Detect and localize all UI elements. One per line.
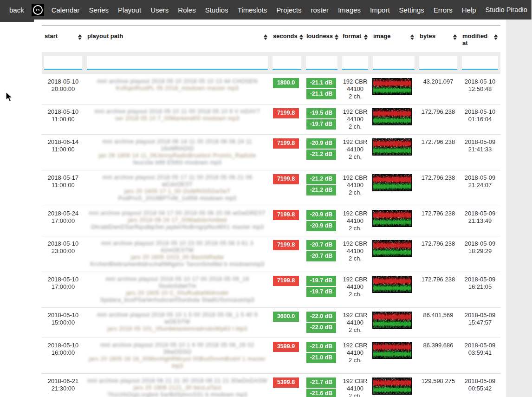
bytes-cell: 172.796.238: [417, 236, 460, 272]
waveform-image[interactable]: [372, 78, 412, 95]
playout-path-cell: mnt archive playout 2018 06 21 21 30 201…: [84, 374, 270, 397]
playout-path-cell: mnt archive playout 2018 05 17 11 00 201…: [84, 170, 270, 206]
column-header-seconds[interactable]: seconds: [270, 26, 304, 52]
nav-item-errors[interactable]: Errors: [429, 0, 457, 20]
column-header-start[interactable]: start: [42, 26, 84, 52]
nav-item-roster[interactable]: roster: [306, 0, 333, 20]
waveform-image[interactable]: [372, 312, 412, 329]
column-header-playout-path[interactable]: playout path: [84, 26, 270, 52]
start-cell: 2018-05-10 23:00:00: [42, 236, 84, 272]
modified-time: 18:29:29: [461, 247, 499, 255]
filter-input-seconds[interactable]: [272, 56, 301, 70]
column-label: seconds: [273, 33, 298, 39]
nav-item-calendar[interactable]: Calendar: [47, 0, 84, 20]
waveform-image[interactable]: [372, 240, 412, 257]
bytes-cell: 172.796.238: [417, 104, 460, 135]
waveform-image[interactable]: [372, 210, 412, 227]
loudness-badge-2: -21.0 dB: [306, 353, 336, 363]
loudness-cell: -19.7 dB -19.7 dB: [304, 272, 340, 308]
modified-at-cell: 2018-05-09 21:41:33: [460, 135, 500, 170]
nav-item-users[interactable]: Users: [146, 0, 173, 20]
table-row[interactable]: 2018-05-10 15:00:00 mnt archive playout …: [42, 308, 500, 338]
filter-input-image[interactable]: [373, 56, 415, 70]
nav-item-back[interactable]: back: [0, 0, 29, 20]
filter-input-playout-path[interactable]: [87, 56, 268, 70]
seconds-badge: 1800.0: [273, 78, 299, 88]
table-row[interactable]: 2018-05-10 20:00:00 mnt archive playout …: [42, 74, 500, 104]
image-cell: [370, 272, 417, 308]
nav-item-series[interactable]: Series: [84, 0, 114, 20]
sort-arrows-icon[interactable]: [78, 34, 82, 40]
seconds-cell: 5399.8: [270, 374, 304, 397]
table-row[interactable]: 2018-05-10 23:00:00 mnt archive playout …: [42, 236, 500, 272]
start-cell: 2018-05-10 20:00:00: [42, 74, 84, 104]
loudness-badge-2: -21.6 dB: [306, 389, 336, 397]
waveform-image[interactable]: [372, 138, 412, 156]
nav-item-playout[interactable]: Playout: [113, 0, 146, 20]
waveform-image[interactable]: [372, 174, 412, 191]
column-header-bytes[interactable]: bytes: [417, 26, 460, 52]
column-header-image[interactable]: image: [370, 26, 417, 52]
nav-item-roles[interactable]: Roles: [173, 0, 200, 20]
piradio-logo-icon[interactable]: PI: [32, 4, 44, 16]
loudness-badge-2: -20.9 dB: [306, 221, 336, 231]
sort-arrows-icon[interactable]: [410, 34, 414, 40]
playout-table: startplayout pathsecondsloudnessformatim…: [42, 26, 500, 397]
sort-arrows-icon[interactable]: [494, 34, 498, 40]
start-date: 2018-05-10: [44, 108, 83, 116]
sort-arrows-icon[interactable]: [364, 34, 368, 40]
nav-item-timeslots[interactable]: Timeslots: [233, 0, 272, 20]
start-cell: 2018-06-21 21:30:00: [42, 374, 84, 397]
table-row[interactable]: 2018-05-24 17:00:00 mnt archive playout …: [42, 206, 500, 236]
modified-time: 15:47:57: [461, 319, 499, 326]
redacted-playout-path: mnt archive playout 2018 05 10 23 00 201…: [86, 240, 268, 268]
waveform-image[interactable]: [372, 108, 412, 125]
column-header-modified-at[interactable]: modified at: [460, 26, 500, 52]
loudness-cell: -20.7 dB -20.7 dB: [304, 236, 340, 272]
playout-path-cell: mnt archive playout 2018 04 17 00 2018 0…: [84, 206, 270, 236]
table-row[interactable]: 2018-05-17 11:00:00 mnt archive playout …: [42, 170, 500, 206]
nav-item-projects[interactable]: Projects: [272, 0, 306, 20]
loudness-badge-1: -19.5 dB: [306, 108, 336, 118]
filter-input-loudness[interactable]: [306, 56, 337, 70]
waveform-image[interactable]: [372, 276, 412, 293]
sort-arrows-icon[interactable]: [299, 34, 303, 40]
table-row[interactable]: 2018-05-10 11:00:00 mnt archive playout …: [42, 104, 500, 135]
nav-item-help[interactable]: Help: [457, 0, 481, 20]
seconds-cell: 7199.8: [270, 104, 304, 135]
nav-item-studios[interactable]: Studios: [201, 0, 233, 20]
nav-item-settings[interactable]: Settings: [395, 0, 429, 20]
column-header-format[interactable]: format: [340, 26, 370, 52]
sort-arrows-icon[interactable]: [335, 34, 338, 40]
table-row[interactable]: 2018-05-10 16:00:00 mnt archive playout …: [42, 338, 500, 374]
start-cell: 2018-05-10 15:00:00: [42, 308, 84, 338]
modified-time: 16:21:05: [461, 283, 499, 291]
filter-input-modified-at[interactable]: [462, 56, 498, 70]
loudness-cell: -20.9 dB -20.9 dB: [304, 206, 340, 236]
table-row[interactable]: 2018-05-10 17:00:00 mnt archive playout …: [42, 272, 500, 308]
loudness-badge-1: -21.7 dB: [306, 377, 336, 388]
nav-item-images[interactable]: Images: [333, 0, 365, 20]
nav-item-import[interactable]: Import: [365, 0, 395, 20]
bytes-cell: 172.796.238: [417, 135, 460, 170]
sort-arrows-icon[interactable]: [264, 34, 267, 40]
loudness-badge-2: -21.1 dB: [306, 89, 336, 99]
loudness-badge-1: -21.2 dB: [306, 174, 336, 184]
filter-input-start[interactable]: [44, 56, 82, 70]
top-nav-bar: back PI CalendarSeriesPlayoutUsersRolesS…: [0, 0, 532, 20]
table-row[interactable]: 2018-06-21 21:30:00 mnt archive playout …: [42, 374, 500, 397]
filter-input-format[interactable]: [342, 56, 368, 70]
loudness-badge-1: -20.9 dB: [306, 138, 336, 149]
start-date: 2018-05-10: [44, 312, 83, 319]
waveform-image[interactable]: [372, 377, 412, 395]
table-row[interactable]: 2018-06-14 11:00:00 mnt archive playout …: [42, 135, 500, 170]
column-header-loudness[interactable]: loudness: [304, 26, 340, 52]
studio-select[interactable]: Studio Piradio: [481, 0, 532, 20]
seconds-badge: 7199.8: [273, 240, 299, 250]
bytes-cell: 172.796.238: [417, 272, 460, 308]
filter-input-bytes[interactable]: [419, 56, 457, 70]
modified-at-cell: 2018-05-10 12:50:48: [460, 74, 500, 104]
seconds-cell: 3599.9: [270, 338, 304, 374]
sort-arrows-icon[interactable]: [453, 34, 457, 40]
waveform-image[interactable]: [372, 342, 412, 359]
